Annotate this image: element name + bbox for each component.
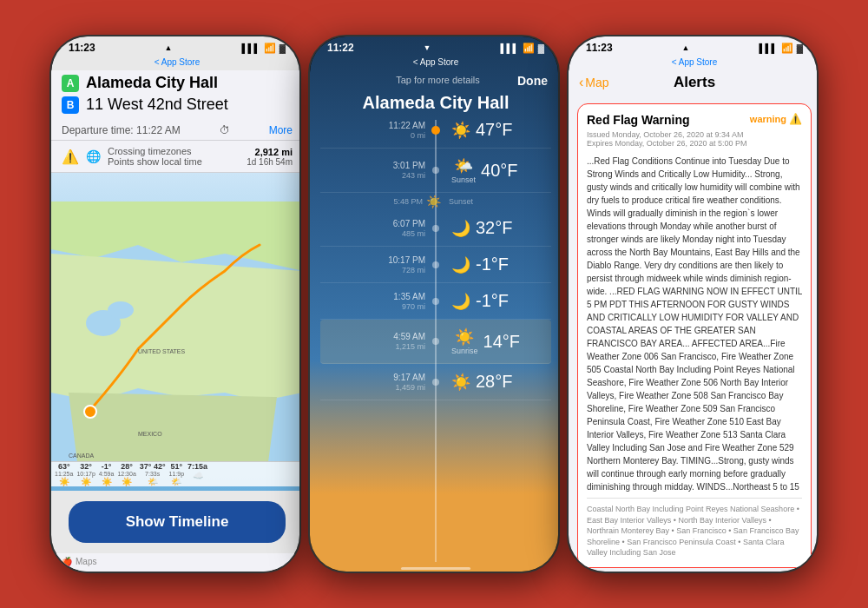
apple-logo: 🍎 <box>62 557 72 566</box>
sunset-time-row: 5:48 PM ☀️ Sunset <box>320 193 551 210</box>
alert-issued: Issued Monday, October 26, 2020 at 9:34 … <box>587 130 802 148</box>
tl-temp-5: -1°F <box>476 291 509 311</box>
tl-mid-6 <box>425 338 446 345</box>
tl-left-1: 11:22 AM 0 mi <box>320 121 425 140</box>
back-chevron-icon: ‹ <box>579 75 583 90</box>
globe-icon: 🌐 <box>86 149 101 163</box>
warning-distance: 2,912 mi <box>247 147 293 157</box>
weather-timeline: 11:22 AM 0 mi ☀️ 47°F 3:01 PM 243 <box>310 120 560 562</box>
tl-dist-3: 485 mi <box>402 229 425 238</box>
phone2-screen: 11:22 ▼ ▌▌▌ 📶 ▓ < App Store Tap for more… <box>310 36 560 573</box>
tl-right-6: ☀️ Sunrise 14°F <box>446 327 551 355</box>
svg-point-2 <box>108 301 134 319</box>
tl-time-6: 4:59 AM <box>393 332 425 341</box>
tl-mid-2 <box>425 167 446 174</box>
phone3-wifi-icon: 📶 <box>781 43 793 54</box>
show-timeline-button[interactable]: Show Timeline <box>69 501 286 543</box>
alerts-nav: ‹ Map Alerts <box>569 70 819 96</box>
phone3-location-icon: ▲ <box>682 43 690 52</box>
tl-icon-2: 🌤️ <box>454 156 473 175</box>
sunrise-label: Sunrise <box>451 347 478 355</box>
tl-temp-2: 40°F <box>481 161 517 181</box>
tl-time-5: 1:35 AM <box>393 292 425 301</box>
tl-right-1: ☀️ 47°F <box>446 120 551 140</box>
tl-time-2: 3:01 PM <box>393 161 425 170</box>
phone2-app-store-bar[interactable]: < App Store <box>310 56 560 70</box>
maps-footer: 🍎 Maps <box>51 553 301 573</box>
tl-dist-1: 0 mi <box>411 131 425 140</box>
city-item-3: -1° 4:59a ☀️ <box>99 462 115 486</box>
city-item-7: 7:15a ☁️ <box>187 462 207 486</box>
tl-dist-5: 970 mi <box>402 302 425 311</box>
warning-bar: ⚠️ 🌐 Crossing timezones Points show loca… <box>51 141 301 173</box>
sunset-time-label: 5:48 PM <box>320 197 423 206</box>
route-b: B 11 West 42nd Street <box>62 96 293 114</box>
tl-time-3: 6:07 PM <box>393 219 425 228</box>
warning-icon: ⚠️ <box>62 149 79 165</box>
tl-dot-4 <box>432 261 439 268</box>
phone1-screen: 11:23 ▲ ▌▌▌ 📶 ▓ < App Store A Alameda Ci… <box>51 36 301 573</box>
alert-card-red-flag: Red Flag Warning warning ⚠️ Issued Monda… <box>577 103 812 568</box>
phone-maps: 11:23 ▲ ▌▌▌ 📶 ▓ < App Store A Alameda Ci… <box>49 35 301 573</box>
departure-time-label: Departure time: 11:22 AM <box>62 124 181 136</box>
svg-text:MEXICO: MEXICO <box>138 431 162 437</box>
tl-dot-3 <box>432 225 439 232</box>
svg-point-3 <box>84 406 96 418</box>
back-label[interactable]: Map <box>585 76 608 89</box>
phone1-status-right: ▌▌▌ 📶 ▓ <box>241 43 286 54</box>
back-button[interactable]: ‹ Map <box>579 75 609 90</box>
tl-icon-1: ☀️ <box>451 121 470 140</box>
tap-details-label: Tap for more details <box>396 75 480 87</box>
phones-container: 11:23 ▲ ▌▌▌ 📶 ▓ < App Store A Alameda Ci… <box>41 26 827 582</box>
tl-mid-7 <box>425 379 446 386</box>
tl-left-7: 9:17 AM 1,459 mi <box>320 373 425 392</box>
alert-footer: Coastal North Bay Including Point Reyes … <box>587 498 802 558</box>
tl-mid-1 <box>425 126 446 135</box>
city-item-2: 32° 10:17p ☀️ <box>76 462 95 486</box>
tl-icon-3: 🌙 <box>451 219 470 238</box>
phone2-location-icon: ▼ <box>424 43 431 52</box>
phone1-wifi-icon: 📶 <box>264 43 276 54</box>
warning-sub-text: Points show local time <box>108 156 240 167</box>
phone3-battery-icon: ▓ <box>797 43 803 53</box>
tl-time-4: 10:17 PM <box>388 255 425 265</box>
tl-icon-4: 🌙 <box>451 255 470 274</box>
phone2-wifi-icon: 📶 <box>523 43 535 54</box>
tl-mid-5 <box>425 298 446 305</box>
tl-dot-2 <box>432 167 439 174</box>
tl-icon-6: ☀️ <box>455 327 474 347</box>
more-button[interactable]: More <box>269 124 293 136</box>
phone3-status-right: ▌▌▌ 📶 ▓ <box>759 43 803 54</box>
tl-right-2: 🌤️ Sunset 40°F <box>446 156 551 184</box>
tl-dot-5 <box>432 298 439 305</box>
phone3-status-bar: 11:23 ▲ ▌▌▌ 📶 ▓ <box>569 36 819 56</box>
tl-icon-5: 🌙 <box>451 292 470 311</box>
tl-right-3: 🌙 32°F <box>446 218 551 238</box>
svg-text:UNITED STATES: UNITED STATES <box>138 348 186 354</box>
alert-badge-label: warning <box>750 114 786 124</box>
sunset-label: Sunset <box>451 175 476 184</box>
phone1-battery-icon: ▓ <box>279 43 286 53</box>
tl-mid-3 <box>425 225 446 232</box>
scroll-indicator <box>401 567 470 570</box>
map-svg: CANADA UNITED STATES MEXICO <box>51 173 301 491</box>
tl-right-7: ☀️ 28°F <box>446 372 551 392</box>
phone2-battery-icon: ▓ <box>538 43 544 53</box>
tl-left-2: 3:01 PM 243 mi <box>320 161 425 180</box>
phone3-signal-icon: ▌▌▌ <box>759 43 777 53</box>
city-item-1: 63° 11:25a ☀️ <box>55 462 73 486</box>
phone1-app-store-bar[interactable]: < App Store <box>51 56 301 70</box>
city-item-4: 28° 12:30a ☀️ <box>117 462 135 486</box>
tl-mid-4 <box>425 261 446 268</box>
alert-body: ...Red Flag Conditions Continue into Tue… <box>587 155 802 492</box>
tl-temp-7: 28°F <box>476 372 512 392</box>
done-button[interactable]: Done <box>517 74 548 88</box>
tl-dist-4: 728 mi <box>402 266 425 274</box>
city-item-6: 51° 11:9p 🌤️ <box>169 462 185 486</box>
maps-label: Maps <box>76 557 96 566</box>
tl-left-5: 1:35 AM 970 mi <box>320 292 425 311</box>
phone3-app-store-bar[interactable]: < App Store <box>569 56 819 70</box>
map-area[interactable]: CANADA UNITED STATES MEXICO 63° 11:25a ☀… <box>51 173 301 491</box>
city-item-5: 37° 42° 7:33s 🌤️ <box>140 462 166 486</box>
tl-dot-7 <box>432 379 439 386</box>
